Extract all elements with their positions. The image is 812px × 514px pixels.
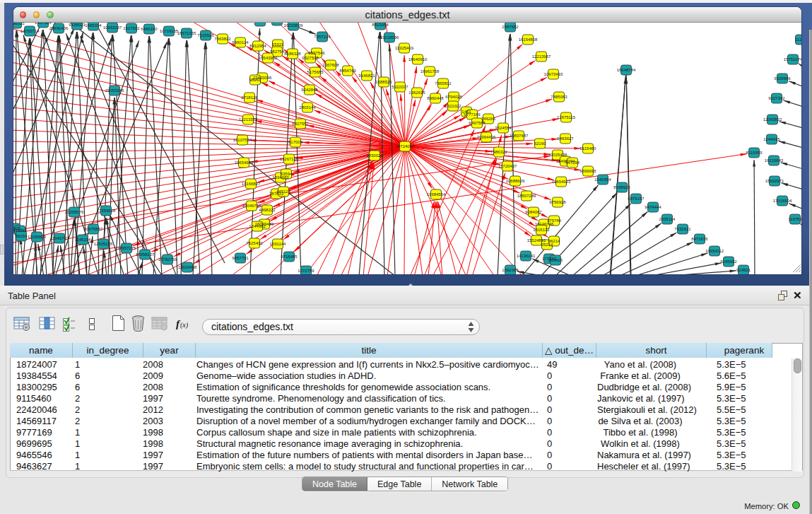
svg-text:10653267: 10653267	[103, 25, 122, 30]
svg-text:3624554: 3624554	[495, 126, 512, 130]
svg-text:19166827: 19166827	[242, 182, 261, 186]
svg-text:14136141: 14136141	[517, 254, 536, 258]
svg-text:96214: 96214	[548, 239, 560, 243]
svg-text:1244962: 1244962	[249, 224, 266, 228]
svg-text:10973493: 10973493	[544, 72, 563, 76]
svg-text:8990448: 8990448	[427, 96, 444, 100]
svg-text:10958107: 10958107	[136, 252, 155, 257]
svg-text:1588520: 1588520	[375, 80, 392, 84]
svg-text:1145194: 1145194	[75, 238, 92, 242]
svg-text:7515526: 7515526	[197, 33, 214, 37]
svg-text:6497568: 6497568	[469, 121, 486, 125]
svg-text:20364436: 20364436	[477, 135, 496, 139]
svg-text:7357224: 7357224	[314, 35, 331, 39]
svg-text:9857791: 9857791	[232, 256, 249, 260]
svg-text:15692971: 15692971	[765, 179, 784, 183]
svg-text:18724007: 18724007	[396, 144, 415, 148]
svg-text:8471676: 8471676	[691, 237, 708, 241]
svg-text:19218596: 19218596	[380, 35, 399, 40]
svg-text:12213369: 12213369	[239, 117, 258, 122]
svg-text:12213967: 12213967	[532, 54, 551, 59]
svg-text:8454749: 8454749	[339, 69, 356, 73]
svg-text:9115460: 9115460	[580, 146, 597, 151]
svg-text:30975887: 30975887	[84, 227, 103, 231]
svg-text:20691406: 20691406	[49, 26, 69, 30]
svg-text:10654112: 10654112	[705, 249, 724, 253]
svg-text:17359928: 17359928	[97, 209, 116, 213]
svg-text:39154: 39154	[16, 234, 28, 238]
svg-text:8938928: 8938928	[613, 185, 630, 189]
svg-text:11325419: 11325419	[395, 46, 414, 50]
svg-text:445123: 445123	[276, 189, 291, 194]
svg-text:2830023: 2830023	[366, 153, 383, 158]
svg-text:7485063: 7485063	[551, 95, 567, 99]
svg-text:17016504: 17016504	[773, 199, 792, 203]
svg-text:10025438: 10025438	[548, 153, 567, 157]
svg-text:10807487: 10807487	[510, 134, 529, 138]
svg-text:16107554: 16107554	[233, 138, 252, 142]
svg-text:15322: 15322	[272, 42, 284, 47]
svg-text:9242848: 9242848	[301, 88, 318, 92]
svg-text:9227342: 9227342	[768, 96, 785, 100]
svg-text:6879197: 6879197	[628, 197, 645, 201]
svg-text:7625402: 7625402	[246, 241, 263, 245]
svg-text:1615132: 1615132	[533, 228, 550, 232]
svg-text:(x): (x)	[180, 321, 189, 329]
svg-text:933426: 933426	[548, 258, 563, 262]
svg-text:6794028: 6794028	[445, 95, 462, 99]
svg-text:12975115: 12975115	[557, 115, 576, 119]
svg-text:1092369: 1092369	[502, 268, 519, 272]
svg-text:7955812: 7955812	[435, 81, 452, 86]
svg-text:7663822: 7663822	[214, 37, 231, 41]
svg-text:11171: 11171	[795, 37, 801, 42]
svg-text:1696015: 1696015	[13, 23, 25, 25]
svg-text:9245652: 9245652	[720, 259, 737, 264]
svg-text:18807249: 18807249	[517, 194, 536, 198]
svg-text:1064283: 1064283	[252, 23, 269, 23]
svg-text:53594: 53594	[281, 172, 293, 176]
svg-text:8427552: 8427552	[292, 122, 309, 126]
svg-text:19384554: 19384554	[427, 192, 446, 197]
svg-text:975746: 975746	[547, 218, 562, 223]
svg-text:2718126: 2718126	[241, 95, 258, 100]
svg-text:12942737: 12942737	[50, 236, 69, 240]
svg-text:16033809: 16033809	[284, 23, 303, 28]
svg-text:116753: 116753	[788, 217, 801, 221]
svg-text:947294: 947294	[565, 160, 580, 165]
svg-text:982754: 982754	[270, 49, 285, 54]
svg-text:19654923: 19654923	[552, 180, 571, 184]
svg-text:16210643: 16210643	[765, 158, 784, 163]
svg-text:98961: 98961	[249, 78, 261, 82]
svg-text:14055714: 14055714	[20, 29, 40, 33]
svg-text:16782759: 16782759	[158, 257, 177, 262]
svg-text:9777169: 9777169	[464, 112, 481, 117]
svg-text:9146821: 9146821	[358, 74, 375, 78]
svg-text:20206576: 20206576	[65, 210, 84, 214]
svg-text:924501: 924501	[736, 268, 751, 272]
svg-text:18640910: 18640910	[408, 57, 428, 62]
svg-text:7986322: 7986322	[490, 150, 507, 154]
svg-text:9084067: 9084067	[525, 210, 542, 214]
svg-text:9660124: 9660124	[232, 40, 249, 45]
svg-text:16648784: 16648784	[617, 68, 636, 72]
svg-text:8912954: 8912954	[249, 44, 266, 48]
svg-text:16154808: 16154808	[519, 37, 538, 42]
svg-text:9716485: 9716485	[281, 255, 298, 259]
svg-text:8215955: 8215955	[746, 151, 763, 155]
svg-text:8813054: 8813054	[372, 23, 389, 27]
svg-text:1691144: 1691144	[270, 242, 287, 246]
svg-text:16671355: 16671355	[177, 31, 196, 35]
svg-text:9136023: 9136023	[69, 23, 86, 27]
svg-text:16961758: 16961758	[420, 69, 440, 74]
svg-text:11156829: 11156829	[28, 235, 46, 239]
svg-text:15720407: 15720407	[498, 164, 517, 168]
svg-text:9463627: 9463627	[557, 136, 574, 141]
svg-text:9527508: 9527508	[302, 56, 319, 60]
svg-text:15751074: 15751074	[784, 57, 801, 62]
svg-text:435061: 435061	[13, 228, 28, 233]
svg-text:2307924: 2307924	[35, 23, 52, 25]
svg-text:5175685: 5175685	[307, 70, 324, 74]
svg-text:19654983: 19654983	[235, 160, 254, 165]
svg-text:9474444: 9474444	[645, 205, 661, 209]
svg-text:9329966: 9329966	[774, 76, 791, 81]
